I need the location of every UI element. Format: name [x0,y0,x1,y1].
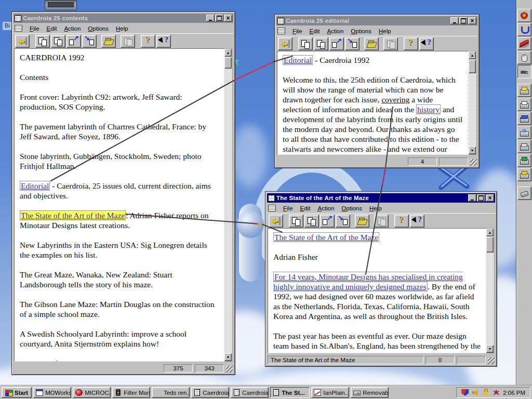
hyperlink[interactable]: Editorial [283,55,313,65]
titlebar-editorial[interactable]: Caerdroia 25 editorial [276,16,477,25]
copy-pages-button[interactable] [374,215,389,228]
clamp-button[interactable] [517,23,531,36]
copy-page-button[interactable] [298,37,313,50]
desktop-icon-label[interactable]: Bi [3,22,12,30]
document-lines-icon[interactable] [15,25,22,32]
task-button-teds-ren[interactable]: Teds ren... [152,387,190,398]
maximize-button[interactable] [477,194,485,202]
titlebar-contents[interactable]: Caerdroia 25 contents [14,14,233,23]
context-help-button[interactable] [156,35,171,48]
minimize-button[interactable] [206,15,215,22]
drive-disk-button[interactable] [517,84,531,97]
task-button-removab[interactable]: Removab... [351,387,389,398]
document-lines-icon[interactable] [277,28,285,34]
task-button-the-st[interactable]: The St... [270,387,310,398]
printer-button[interactable] [517,98,531,111]
open-folder-button[interactable] [101,35,116,48]
menu-options[interactable]: Options [84,24,112,33]
context-help-button[interactable] [410,215,424,228]
shield-icon[interactable] [461,389,469,396]
task-button-caerdroia[interactable]: Caerdroia... [191,387,229,398]
menu-action[interactable]: Action [323,27,347,36]
camera-button[interactable] [517,126,531,139]
scroll-down-button[interactable] [224,353,232,361]
exit-button[interactable] [15,35,30,48]
drive-green-button[interactable] [517,154,531,167]
menu-edit[interactable]: Edit [297,204,314,213]
task-button-ianplain[interactable]: IanPlain... [311,387,349,398]
exit-button[interactable] [269,215,283,228]
vertical-scrollbar[interactable] [486,228,495,353]
task-button-moworks[interactable]: MOWorks [33,387,71,398]
task-button-filter-man[interactable]: Filter Man... [112,387,150,398]
link-down-button[interactable] [336,215,350,228]
close-button[interactable] [224,15,232,22]
desktop-icon-partial[interactable] [45,0,77,10]
paste-page-button[interactable] [314,37,328,50]
hyperlink-highlighted[interactable]: The State of the Art of the Maze [20,210,126,220]
link-up-button[interactable] [66,35,81,48]
minimize-button[interactable] [450,17,459,24]
context-help-button[interactable] [419,37,434,50]
minimize-button[interactable] [468,194,476,202]
person-icon[interactable] [482,389,489,396]
paste-page-button[interactable] [304,215,319,228]
disk-eject-button[interactable] [517,140,531,153]
paste-page-button[interactable] [51,35,65,48]
vertical-scrollbar[interactable] [469,51,477,155]
link-down-button[interactable] [82,35,97,48]
scanner-button[interactable] [517,112,531,125]
copy-page-button[interactable] [35,35,50,48]
document-lines-icon[interactable] [268,205,276,211]
exit-button[interactable] [278,37,292,50]
vertical-scrollbar[interactable] [224,48,233,362]
copy-pages-button[interactable] [383,37,398,50]
plug-button[interactable] [517,65,531,78]
flower-icon[interactable] [493,389,500,396]
scroll-thumb[interactable] [224,57,232,69]
scroll-down-button[interactable] [469,147,476,154]
titlebar-maze[interactable]: The State of the Art of the Maze [267,193,495,203]
menu-file[interactable]: File [26,24,43,33]
menu-help[interactable]: Help [375,27,395,36]
scroll-down-button[interactable] [486,345,494,353]
maximize-button[interactable] [215,15,223,22]
bug-button[interactable] [517,9,531,22]
menu-action[interactable]: Action [314,204,338,213]
resize-grip[interactable] [488,357,495,364]
mouse-button[interactable] [517,51,531,64]
scroll-up-button[interactable] [224,49,232,57]
help-button[interactable] [394,215,409,228]
task-button-caerdroia[interactable]: Caerdroia... [231,387,269,398]
phone-button[interactable] [517,187,531,200]
menu-options[interactable]: Options [347,27,375,36]
menu-edit[interactable]: Edit [43,24,61,33]
hyperlink[interactable]: history [416,104,441,114]
menu-action[interactable]: Action [60,24,84,33]
hyperlink[interactable]: Editorial [20,181,50,191]
link-up-button[interactable] [329,37,344,50]
menu-file[interactable]: File [289,27,306,36]
help-button[interactable] [141,35,155,48]
resize-grip[interactable] [470,159,477,166]
drive-yellow-button[interactable] [517,168,531,181]
scroll-thumb[interactable] [486,237,494,252]
scroll-up-button[interactable] [486,229,494,236]
menu-edit[interactable]: Edit [306,27,324,36]
resize-grip[interactable] [226,366,233,373]
start-button[interactable]: Start [2,387,32,398]
copy-pages-button[interactable] [121,35,135,48]
close-button[interactable] [486,194,494,202]
menu-options[interactable]: Options [338,204,366,213]
scroll-thumb[interactable] [469,60,476,73]
stapler-button[interactable] [517,37,531,50]
close-button[interactable] [468,17,476,24]
menu-file[interactable]: File [280,204,297,213]
task-button-microc[interactable]: MICROC... [73,387,111,398]
link-down-button[interactable] [345,37,360,50]
speaker-icon[interactable] [472,389,479,396]
open-folder-button[interactable] [355,215,369,228]
menu-help[interactable]: Help [366,204,385,213]
maximize-button[interactable] [459,17,468,24]
open-folder-button[interactable] [364,37,379,50]
